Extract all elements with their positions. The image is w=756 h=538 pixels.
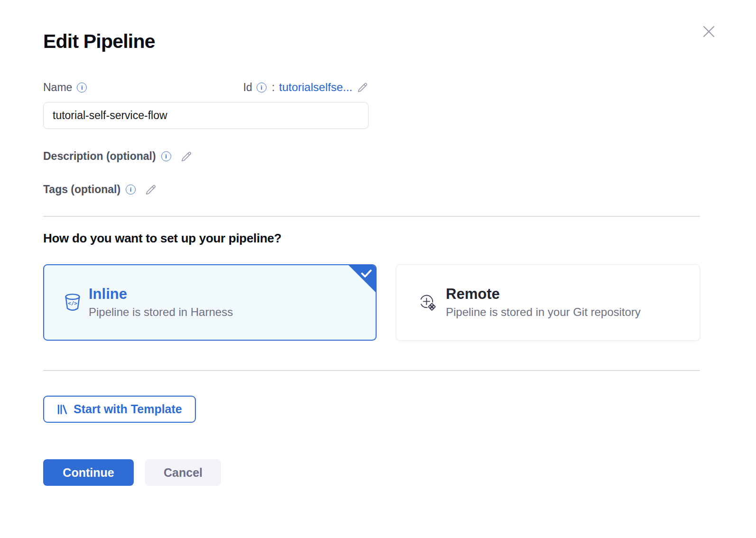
- remote-card-text: Remote Pipeline is stored in your Git re…: [446, 286, 641, 319]
- divider: [43, 370, 700, 371]
- name-id-row: Name i Id i : tutorialselfse...: [43, 81, 369, 94]
- start-with-template-button[interactable]: Start with Template: [43, 396, 196, 423]
- inline-card-description: Pipeline is stored in Harness: [89, 306, 233, 319]
- start-with-template-label: Start with Template: [74, 402, 182, 416]
- page-title: Edit Pipeline: [43, 0, 756, 53]
- inline-card-text: Inline Pipeline is stored in Harness: [89, 286, 233, 319]
- id-label: Id: [243, 81, 252, 94]
- cancel-button[interactable]: Cancel: [145, 459, 221, 486]
- edit-pencil-icon: [357, 82, 369, 93]
- description-row: Description (optional) i: [43, 150, 756, 163]
- setup-question: How do you want to set up your pipeline?: [43, 231, 756, 246]
- option-card-inline[interactable]: </> Inline Pipeline is stored in Harness: [43, 264, 377, 341]
- option-card-remote[interactable]: Remote Pipeline is stored in your Git re…: [396, 264, 700, 341]
- close-button[interactable]: [700, 23, 717, 40]
- tags-label: Tags (optional): [43, 183, 120, 196]
- action-buttons: Continue Cancel: [43, 459, 756, 486]
- info-icon[interactable]: i: [257, 83, 267, 93]
- remote-card-description: Pipeline is stored in your Git repositor…: [446, 306, 641, 319]
- template-library-icon: [57, 404, 67, 415]
- tags-row: Tags (optional) i: [43, 183, 756, 196]
- info-icon[interactable]: i: [161, 151, 171, 161]
- edit-id-button[interactable]: [357, 82, 369, 93]
- edit-pencil-icon: [180, 150, 193, 163]
- inline-harness-bucket-icon: </>: [64, 293, 81, 312]
- close-icon: [701, 24, 716, 39]
- divider: [43, 216, 700, 217]
- pipeline-name-input[interactable]: [43, 102, 369, 129]
- edit-description-button[interactable]: [180, 150, 193, 163]
- edit-pencil-icon: [145, 184, 157, 196]
- selected-corner-badge: [349, 265, 376, 292]
- description-label: Description (optional): [43, 150, 156, 163]
- store-type-options: </> Inline Pipeline is stored in Harness: [43, 264, 756, 341]
- edit-tags-button[interactable]: [145, 184, 157, 196]
- continue-button[interactable]: Continue: [43, 459, 134, 486]
- edit-pipeline-modal: Edit Pipeline Name i Id i : tutorialself…: [0, 0, 756, 538]
- remote-card-title: Remote: [446, 286, 641, 303]
- name-label: Name: [43, 81, 72, 94]
- id-separator: :: [272, 81, 275, 94]
- svg-text:</>: </>: [68, 300, 77, 306]
- info-icon[interactable]: i: [77, 83, 87, 93]
- pipeline-id-link[interactable]: tutorialselfse...: [279, 81, 352, 94]
- name-label-group: Name i: [43, 81, 87, 94]
- id-group: Id i : tutorialselfse...: [243, 81, 369, 94]
- remote-git-icon: [418, 293, 438, 313]
- inline-card-title: Inline: [89, 286, 233, 303]
- info-icon[interactable]: i: [126, 185, 136, 195]
